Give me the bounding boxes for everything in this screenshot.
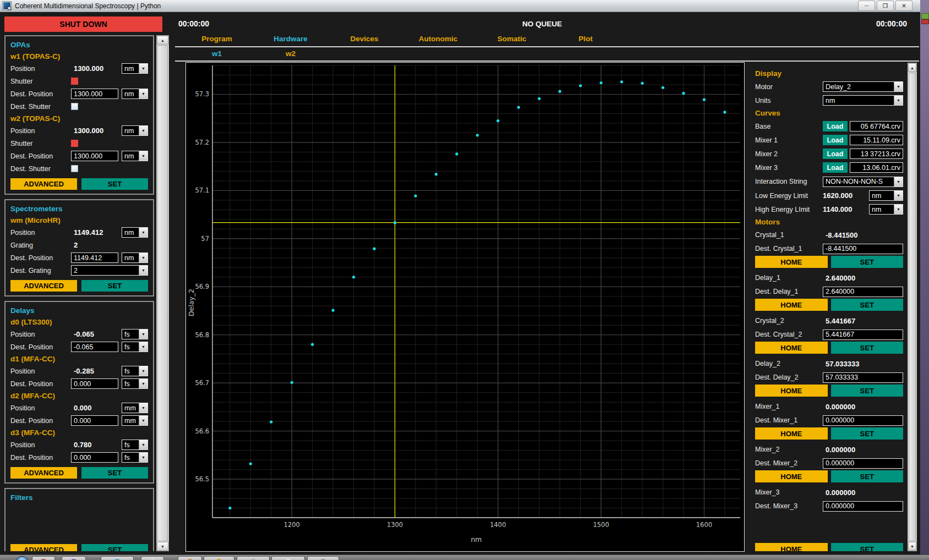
units-select[interactable]: nm▼ [122, 63, 148, 74]
home-button[interactable]: HOME [755, 256, 828, 268]
units-select[interactable]: fs▼ [122, 366, 148, 376]
taskbar-button[interactable] [101, 556, 134, 560]
advanced-button[interactable]: ADVANCED [10, 544, 77, 551]
set-button[interactable]: SET [81, 467, 148, 479]
motor-dest-input[interactable]: 0.000000 [823, 415, 903, 426]
left-panel-scrollbar[interactable]: ▲ ▼ [156, 35, 169, 551]
shutdown-button[interactable]: SHUT DOWN [4, 17, 162, 32]
home-button[interactable]: HOME [755, 470, 828, 482]
curve-file-input[interactable]: 15.11.09.crv [850, 135, 903, 145]
curve-file-input[interactable]: 13.06.01.crv [850, 162, 903, 173]
chevron-down-icon[interactable]: ▼ [139, 151, 147, 161]
chevron-down-icon[interactable]: ▼ [894, 96, 903, 105]
tab-somatic[interactable]: Somatic [475, 32, 549, 46]
chevron-down-icon[interactable]: ▼ [139, 342, 147, 352]
taskbar-button[interactable] [178, 556, 202, 560]
units-select[interactable]: nm▼ [122, 151, 148, 161]
dest-position-input[interactable]: 1300.000 [71, 151, 118, 161]
chevron-down-icon[interactable]: ▼ [139, 330, 147, 339]
interaction-string-select[interactable]: NON-NON-NON-S▼ [823, 177, 903, 187]
dest-shutter-checkbox[interactable] [71, 165, 78, 172]
dest-grating-select[interactable]: 2▼ [71, 265, 148, 276]
dest-position-input[interactable]: 0.000 [71, 452, 118, 463]
window-titlebar[interactable]: Coherent Multidimensional Spectroscopy |… [0, 0, 920, 12]
taskbar-button[interactable] [237, 556, 270, 560]
set-button[interactable]: SET [81, 280, 148, 292]
set-button[interactable]: SET [831, 256, 904, 268]
load-button[interactable]: Load [823, 121, 848, 131]
chevron-down-icon[interactable]: ▼ [139, 89, 147, 98]
start-button-icon[interactable] [15, 556, 29, 560]
motor-dest-input[interactable]: -8.441500 [823, 244, 903, 254]
chevron-down-icon[interactable]: ▼ [894, 191, 903, 200]
tuning-curve-plot[interactable]: 56.556.656.756.856.95757.157.257.3120013… [186, 63, 744, 551]
home-button[interactable]: HOME [755, 385, 828, 397]
set-button[interactable]: SET [81, 178, 148, 190]
set-button[interactable]: SET [81, 544, 148, 551]
home-button[interactable]: HOME [755, 342, 828, 354]
scroll-up-icon[interactable]: ▲ [908, 63, 916, 72]
units-select[interactable]: nm▼ [869, 204, 903, 215]
taskbar-button[interactable] [32, 556, 55, 560]
chevron-down-icon[interactable]: ▼ [894, 177, 903, 186]
curve-file-input[interactable]: 13 37213.crv [850, 149, 903, 159]
load-button[interactable]: Load [823, 149, 848, 159]
dest-position-input[interactable]: -0.065 [71, 342, 118, 352]
minimize-button[interactable]: ─ [858, 1, 875, 11]
taskbar-button[interactable] [307, 556, 339, 560]
subtab-w2[interactable]: w2 [254, 47, 327, 61]
units-select[interactable]: nm▼ [122, 252, 148, 263]
motor-dest-input[interactable]: 5.441667 [823, 330, 903, 340]
tab-program[interactable]: Program [180, 32, 254, 46]
units-select[interactable]: fs▼ [122, 452, 148, 463]
right-panel-scrollbar[interactable]: ▲ ▼ [908, 63, 917, 551]
chevron-down-icon[interactable]: ▼ [139, 366, 147, 376]
chevron-down-icon[interactable]: ▼ [139, 453, 147, 462]
advanced-button[interactable]: ADVANCED [10, 280, 77, 292]
set-button[interactable]: SET [831, 543, 904, 551]
units-select[interactable]: nm▼ [122, 227, 148, 238]
load-button[interactable]: Load [823, 162, 848, 173]
set-button[interactable]: SET [831, 385, 904, 397]
load-button[interactable]: Load [823, 135, 848, 145]
taskbar-button[interactable] [204, 556, 234, 560]
units-select[interactable]: nm▼ [823, 95, 903, 106]
advanced-button[interactable]: ADVANCED [10, 467, 77, 479]
set-button[interactable]: SET [831, 427, 904, 440]
home-button[interactable]: HOME [755, 427, 828, 440]
chevron-down-icon[interactable]: ▼ [139, 126, 147, 135]
dest-position-input[interactable]: 0.000 [71, 378, 118, 389]
set-button[interactable]: SET [831, 299, 904, 311]
chevron-down-icon[interactable]: ▼ [139, 440, 147, 449]
close-button[interactable]: ✕ [895, 1, 912, 11]
chevron-down-icon[interactable]: ▼ [894, 205, 903, 214]
chevron-down-icon[interactable]: ▼ [139, 266, 147, 275]
chevron-down-icon[interactable]: ▼ [139, 379, 147, 388]
set-button[interactable]: SET [831, 342, 904, 354]
motor-dest-input[interactable]: 0.000000 [823, 501, 903, 512]
dest-position-input[interactable]: 1300.000 [71, 89, 118, 99]
taskbar-button[interactable] [141, 556, 164, 560]
units-select[interactable]: mm▼ [122, 415, 148, 426]
curve-file-input[interactable]: 05 67764.crv [850, 121, 903, 131]
motor-select[interactable]: Delay_2▼ [823, 81, 903, 92]
units-select[interactable]: fs▼ [122, 329, 148, 339]
motor-dest-input[interactable]: 2.640000 [823, 287, 903, 297]
units-select[interactable]: nm▼ [869, 190, 903, 201]
units-select[interactable]: fs▼ [122, 440, 148, 450]
taskbar-button[interactable] [62, 556, 86, 560]
units-select[interactable]: fs▼ [122, 378, 148, 389]
units-select[interactable]: mm▼ [122, 403, 148, 413]
scrollbar-thumb[interactable] [909, 73, 916, 541]
scroll-down-icon[interactable]: ▼ [157, 542, 168, 551]
scrollbar-thumb[interactable] [157, 45, 168, 541]
scroll-up-icon[interactable]: ▲ [157, 36, 168, 45]
windows-taskbar[interactable] [0, 554, 929, 560]
dest-position-input[interactable]: 0.000 [71, 415, 118, 426]
chevron-down-icon[interactable]: ▼ [139, 253, 147, 262]
motor-dest-input[interactable]: 57.033333 [823, 372, 903, 383]
home-button[interactable]: HOME [755, 543, 828, 551]
chevron-down-icon[interactable]: ▼ [139, 403, 147, 413]
chevron-down-icon[interactable]: ▼ [139, 416, 147, 425]
advanced-button[interactable]: ADVANCED [10, 178, 77, 190]
